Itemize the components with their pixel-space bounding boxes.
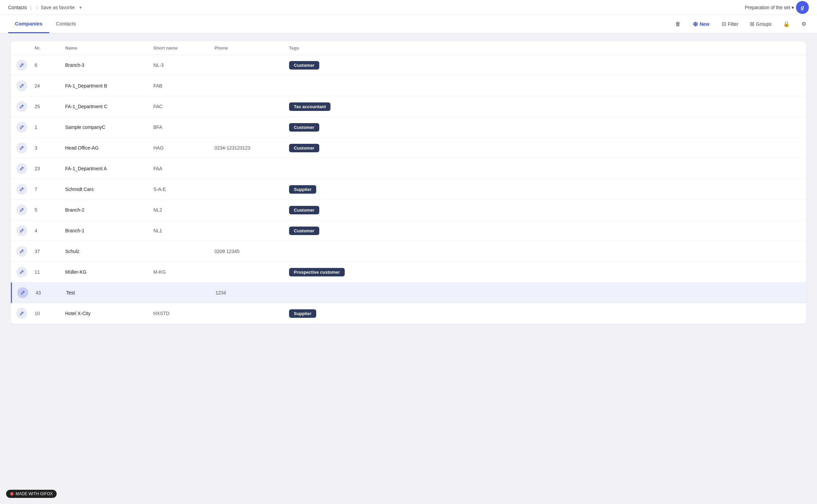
cell-name: Schmidt Cars: [65, 187, 153, 192]
tag-badge[interactable]: Prospective customer: [289, 268, 345, 276]
table-row: 4Branch-1NL1Customer: [11, 220, 806, 241]
edit-button[interactable]: [16, 163, 27, 174]
edit-button[interactable]: [16, 308, 27, 319]
dropdown-arrow-icon[interactable]: ▾: [79, 5, 82, 10]
breadcrumb-contacts[interactable]: Contacts: [8, 5, 27, 10]
cell-tags: Customer: [289, 144, 801, 152]
settings-icon: ⚙: [801, 21, 806, 27]
cell-short: FAA: [153, 166, 214, 171]
top-bar: Contacts | ☆ Save as favorite ▾ Preparat…: [0, 0, 817, 15]
new-label: New: [700, 21, 709, 27]
edit-button[interactable]: [16, 101, 27, 112]
tag-badge[interactable]: Customer: [289, 144, 319, 152]
cell-tags: Tax accountant: [289, 102, 801, 111]
cell-tags: Customer: [289, 227, 801, 235]
tab-contacts[interactable]: Contacts: [49, 15, 83, 33]
edit-button[interactable]: [16, 142, 27, 153]
lock-button[interactable]: 🔒: [780, 19, 793, 29]
cell-short: HXSTD: [153, 311, 214, 316]
table-row: 23FA-1_Department AFAA: [11, 158, 806, 179]
cell-short: NL2: [153, 207, 214, 213]
col-name: Name: [65, 45, 153, 51]
cell-nr: 4: [35, 228, 65, 233]
cell-name: Branch-2: [65, 207, 153, 213]
table-row: 37Schulz0208 12345: [11, 241, 806, 262]
cell-short: HAG: [153, 145, 214, 151]
list-rows: 6Branch-3NL-3Customer 24FA-1_Department …: [11, 55, 806, 324]
plus-icon: ⊕: [693, 20, 698, 28]
edit-button[interactable]: [16, 60, 27, 71]
nav-tabs: Companies Contacts: [8, 15, 83, 33]
companies-list: Nr. Name Short name Phone Tags 6Branch-3…: [11, 41, 806, 324]
cell-nr: 25: [35, 104, 65, 109]
col-edit: [16, 45, 35, 51]
edit-button[interactable]: [16, 267, 27, 277]
nav-bar: Companies Contacts 🗑 ⊕ New ⊟ Filter ⊞ Gr…: [0, 15, 817, 33]
cell-tags: Supplier: [289, 309, 801, 318]
table-row: 25FA-1_Department CFACTax accountant: [11, 96, 806, 117]
cell-nr: 24: [35, 83, 65, 89]
tag-badge[interactable]: Customer: [289, 61, 319, 70]
edit-button[interactable]: [16, 246, 27, 257]
save-favorite-btn[interactable]: ☆ Save as favorite: [35, 5, 75, 10]
cell-name: FA-1_Department B: [65, 83, 153, 89]
cell-nr: 43: [36, 290, 66, 295]
main-content: Nr. Name Short name Phone Tags 6Branch-3…: [0, 33, 817, 332]
cell-tags: Customer: [289, 123, 801, 132]
cell-nr: 3: [35, 145, 65, 151]
tab-companies[interactable]: Companies: [8, 15, 49, 33]
edit-button[interactable]: [16, 80, 27, 91]
cell-name: Test: [66, 290, 154, 295]
edit-button[interactable]: [16, 122, 27, 133]
cell-phone: 0208 12345: [214, 249, 289, 254]
table-row: 10Hotel X-CityHXSTDSupplier: [11, 303, 806, 324]
col-nr: Nr.: [35, 45, 65, 51]
cell-short: BFA: [153, 124, 214, 130]
cell-nr: 11: [35, 269, 65, 275]
delete-button[interactable]: 🗑: [672, 19, 683, 29]
cell-short: S-A-E: [153, 187, 214, 192]
cell-tags: Customer: [289, 206, 801, 214]
new-button[interactable]: ⊕ New: [689, 19, 713, 30]
filter-button[interactable]: ⊟ Filter: [719, 19, 741, 29]
cell-nr: 23: [35, 166, 65, 171]
cell-short: M-KG: [153, 269, 214, 275]
groups-button[interactable]: ⊞ Groups: [747, 19, 774, 29]
tag-badge[interactable]: Supplier: [289, 309, 316, 318]
cell-name: Head Office-AG: [65, 145, 153, 151]
tag-badge[interactable]: Customer: [289, 123, 319, 132]
cell-name: Branch-3: [65, 62, 153, 68]
lock-icon: 🔒: [783, 21, 790, 27]
save-favorite-label: Save as favorite: [41, 5, 75, 10]
cell-nr: 1: [35, 124, 65, 130]
nav-actions: 🗑 ⊕ New ⊟ Filter ⊞ Groups 🔒 ⚙: [672, 19, 809, 30]
tag-badge[interactable]: Tax accountant: [289, 102, 330, 111]
cell-nr: 7: [35, 187, 65, 192]
cell-tags: Supplier: [289, 185, 801, 194]
edit-button[interactable]: [17, 287, 28, 298]
edit-button[interactable]: [16, 184, 27, 195]
groups-icon: ⊞: [750, 21, 754, 27]
table-row: 5Branch-2NL2Customer: [11, 200, 806, 220]
tag-badge[interactable]: Supplier: [289, 185, 316, 194]
filter-label: Filter: [728, 21, 738, 27]
crm-button[interactable]: g: [796, 1, 809, 14]
gifox-badge: MADE WITH GIFOX: [6, 490, 57, 498]
settings-button[interactable]: ⚙: [799, 19, 809, 29]
table-row: 7Schmidt CarsS-A-ESupplier: [11, 179, 806, 200]
cell-name: FA-1_Department C: [65, 104, 153, 109]
cell-phone: 0234-123123123: [214, 145, 289, 151]
cell-nr: 37: [35, 249, 65, 254]
crm-icon: g: [801, 4, 804, 11]
table-row: 24FA-1_Department BFAB: [11, 76, 806, 96]
table-row: 6Branch-3NL-3Customer: [11, 55, 806, 76]
edit-button[interactable]: [16, 205, 27, 215]
prep-label[interactable]: Preparation of the set ▾: [745, 5, 794, 10]
tab-contacts-label: Contacts: [56, 21, 76, 26]
cell-name: Branch-1: [65, 228, 153, 233]
cell-short: FAB: [153, 83, 214, 89]
breadcrumb-separator: |: [30, 5, 32, 10]
tag-badge[interactable]: Customer: [289, 206, 319, 214]
edit-button[interactable]: [16, 225, 27, 236]
tag-badge[interactable]: Customer: [289, 227, 319, 235]
